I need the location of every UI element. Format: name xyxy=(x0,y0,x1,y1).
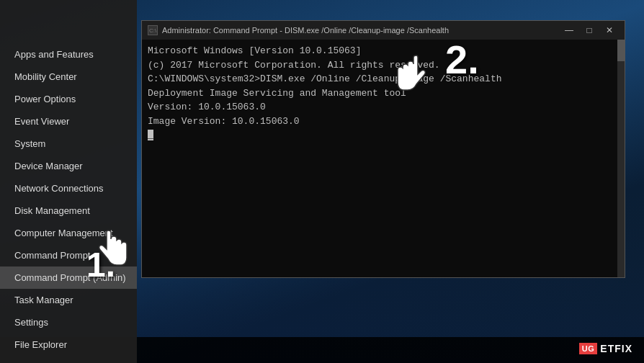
menu-item[interactable]: Network Connections xyxy=(0,177,137,200)
menu-item[interactable]: Settings xyxy=(0,311,137,333)
menu-item[interactable]: Mobility Center xyxy=(0,66,137,88)
watermark-ug: UG xyxy=(579,343,598,354)
cmd-window: C:\ Administrator: Command Prompt - DISM… xyxy=(141,20,625,278)
watermark-text: ETFIX xyxy=(600,343,632,354)
menu-item[interactable]: Event Viewer xyxy=(0,110,137,133)
cmd-icon: C:\ xyxy=(148,25,158,35)
menu-item[interactable]: Search xyxy=(0,356,137,363)
menu-item[interactable]: Apps and Features xyxy=(0,43,137,66)
titlebar-buttons: — □ ✕ xyxy=(560,23,619,37)
menu-item[interactable]: Command Prompt (Admin) xyxy=(0,266,137,289)
menu-item[interactable]: Command Prompt xyxy=(0,244,137,266)
close-button[interactable]: ✕ xyxy=(600,23,619,37)
menu-item[interactable]: Task Manager xyxy=(0,289,137,311)
menu-item[interactable]: File Explorer xyxy=(0,333,137,356)
minimize-button[interactable]: — xyxy=(560,23,578,37)
menu-item[interactable]: Disk Management xyxy=(0,200,137,222)
cmd-body: Microsoft Windows [Version 10.0.15063](c… xyxy=(142,40,625,277)
cmd-titlebar: C:\ Administrator: Command Prompt - DISM… xyxy=(142,21,625,40)
cmd-scrollbar[interactable] xyxy=(617,40,625,277)
context-menu: Apps and FeaturesMobility CenterPower Op… xyxy=(0,0,137,363)
menu-item[interactable]: Computer Management xyxy=(0,222,137,244)
cmd-scrollbar-thumb xyxy=(617,40,625,61)
menu-item[interactable]: Power Options xyxy=(0,88,137,110)
cmd-title: Administrator: Command Prompt - DISM.exe… xyxy=(162,26,560,35)
menu-item[interactable]: System xyxy=(0,133,137,155)
watermark: UG ETFIX xyxy=(579,343,632,354)
maximize-button[interactable]: □ xyxy=(580,23,599,37)
menu-item[interactable]: Device Manager xyxy=(0,155,137,177)
